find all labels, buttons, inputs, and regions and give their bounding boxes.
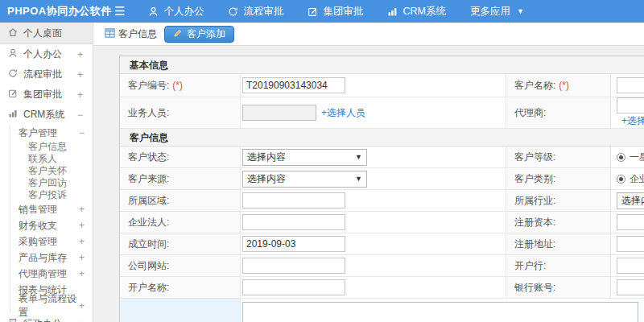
expand-toggle[interactable]: + bbox=[79, 204, 85, 215]
grade-label: 客户等级: bbox=[514, 151, 555, 164]
field-label-cell: 注册资本: bbox=[506, 212, 611, 233]
form-row: 开户名称: 银行账号: bbox=[120, 277, 644, 299]
customer-no-input[interactable] bbox=[242, 77, 345, 93]
expand-toggle[interactable]: + bbox=[79, 252, 85, 263]
account-name-input[interactable] bbox=[242, 279, 345, 295]
sidebar-item-customer-complaint[interactable]: 客户投诉 bbox=[10, 189, 93, 201]
nav-workflow-approval[interactable]: 流程审批 bbox=[216, 0, 295, 23]
customer-no-label: 客户编号: bbox=[128, 79, 169, 93]
nav-more-apps[interactable]: 更多应用 ▼ bbox=[458, 0, 536, 23]
reg-capital-input[interactable] bbox=[617, 214, 644, 230]
field-value-cell: 选择内容 ▼ bbox=[611, 190, 644, 211]
reg-address-input[interactable] bbox=[617, 236, 644, 252]
user-icon bbox=[8, 48, 18, 60]
edit-icon bbox=[308, 6, 318, 17]
nav-label: 流程审批 bbox=[243, 5, 283, 19]
tab-customer-info[interactable]: 客户信息 bbox=[105, 27, 157, 41]
customer-add-form: 基本信息 客户编号: (*) 客户名称: (*) bbox=[119, 56, 644, 322]
status-label: 客户状态: bbox=[128, 151, 169, 164]
bank-input[interactable] bbox=[617, 258, 644, 274]
sidebar-item-purchase-mgmt[interactable]: 采购管理+ bbox=[10, 233, 93, 250]
nav-crm-system[interactable]: CRM系统 bbox=[375, 0, 457, 23]
sidebar-item-group-approval[interactable]: 集团审批 + bbox=[0, 85, 93, 105]
sidebar-item-customer-care[interactable]: 客户关怀 bbox=[10, 165, 93, 177]
sidebar-item-sales-mgmt[interactable]: 销售管理+ bbox=[10, 201, 93, 217]
sidebar-item-contacts[interactable]: 联系人 bbox=[10, 153, 93, 165]
sidebar-item-crm-system[interactable]: CRM系统 − bbox=[0, 105, 93, 125]
source-select[interactable]: 选择内容 ▼ bbox=[242, 171, 367, 188]
expand-toggle[interactable]: + bbox=[77, 49, 83, 60]
tab-strip: 客户信息 客户添加 bbox=[93, 23, 644, 46]
sidebar-item-finance[interactable]: 财务收支+ bbox=[10, 217, 93, 233]
category-radio-selected[interactable] bbox=[617, 175, 625, 184]
nav-personal-office[interactable]: 个人办公 bbox=[136, 0, 216, 23]
sidebar-item-form-flow-settings[interactable]: 表单与流程设置+ bbox=[10, 298, 93, 314]
status-select[interactable]: 选择内容 ▼ bbox=[242, 149, 367, 166]
sidebar-item-workflow-approval[interactable]: 流程审批 + bbox=[0, 64, 93, 85]
form-row: 成立时间: 注册地址: bbox=[120, 233, 644, 255]
sidebar-item-label: 代理商管理 bbox=[19, 267, 67, 281]
field-value-cell bbox=[241, 299, 644, 322]
legal-person-label: 企业法人: bbox=[128, 216, 169, 229]
customer-name-input[interactable] bbox=[617, 77, 644, 93]
expand-toggle[interactable]: + bbox=[79, 268, 85, 279]
bank-account-label: 银行账号: bbox=[514, 281, 555, 295]
sidebar-item-label: 表单与流程设置 bbox=[19, 292, 79, 320]
sales-person-input[interactable] bbox=[242, 105, 316, 121]
collapse-toggle[interactable]: − bbox=[77, 109, 83, 121]
sidebar-item-desktop[interactable]: 个人桌面 bbox=[0, 23, 93, 44]
field-value-cell bbox=[241, 74, 506, 97]
grade-radio-selected[interactable] bbox=[617, 153, 625, 162]
collapse-toggle[interactable]: − bbox=[79, 127, 85, 138]
expand-toggle[interactable]: + bbox=[77, 89, 83, 101]
flow-clock-icon bbox=[228, 6, 238, 17]
select-value: 选择内容 bbox=[247, 151, 286, 164]
tab-label: 客户信息 bbox=[118, 27, 157, 41]
legal-person-input[interactable] bbox=[242, 214, 345, 230]
sidebar-item-customer-visit[interactable]: 客户回访 bbox=[10, 177, 93, 189]
form-row bbox=[120, 299, 644, 322]
sidebar-item-agent-mgmt[interactable]: 代理商管理+ bbox=[10, 266, 93, 282]
founded-date-label: 成立时间: bbox=[128, 237, 169, 251]
industry-select[interactable]: 选择内容 ▼ bbox=[617, 192, 644, 209]
field-label-cell: 成立时间: bbox=[120, 233, 241, 254]
founded-date-input[interactable] bbox=[242, 236, 345, 252]
topbar: PHPOA协同办公软件 ☰ 个人办公 流程审批 集团审批 CRM系统 更多应用 … bbox=[0, 0, 644, 23]
sales-person-label: 业务人员: bbox=[128, 106, 169, 120]
expand-toggle[interactable]: + bbox=[79, 300, 85, 312]
main-area: 客户信息 客户添加 基本信息 客户编号: (*) bbox=[93, 23, 644, 322]
reg-capital-label: 注册资本: bbox=[514, 216, 555, 229]
app-logo: PHPOA协同办公软件 bbox=[0, 4, 113, 19]
website-input[interactable] bbox=[242, 258, 345, 274]
expand-toggle[interactable]: + bbox=[79, 220, 85, 231]
customer-name-label: 客户名称: bbox=[514, 79, 555, 93]
section-header-basic: 基本信息 bbox=[120, 56, 644, 74]
form-row: 企业法人: 注册资本: bbox=[120, 212, 644, 233]
chevron-down-icon: ▼ bbox=[517, 7, 524, 15]
field-value-cell: 企业 bbox=[611, 168, 644, 189]
region-input[interactable] bbox=[242, 192, 345, 208]
remark-textarea[interactable] bbox=[242, 302, 638, 322]
sidebar-item-personal-office[interactable]: 个人办公 + bbox=[0, 44, 93, 64]
grade-option-label: 一星 bbox=[630, 151, 644, 164]
expand-toggle[interactable]: + bbox=[77, 69, 83, 80]
expand-toggle[interactable]: + bbox=[77, 319, 83, 322]
field-label-cell: 开户行: bbox=[506, 255, 611, 276]
industry-label: 所属行业: bbox=[514, 194, 555, 208]
sidebar-item-customer-info[interactable]: 客户信息 bbox=[10, 141, 93, 153]
nav-group-approval[interactable]: 集团审批 bbox=[295, 0, 375, 23]
select-agent-link[interactable]: +选择代理商 bbox=[621, 114, 644, 128]
customer-mgmt-children: 客户信息 联系人 客户关怀 客户回访 客户投诉 bbox=[10, 141, 93, 201]
tab-customer-add[interactable]: 客户添加 bbox=[164, 26, 234, 43]
select-person-link[interactable]: +选择人员 bbox=[321, 106, 365, 120]
expand-toggle[interactable]: + bbox=[79, 236, 85, 247]
sidebar-item-product-inventory[interactable]: 产品与库存+ bbox=[10, 250, 93, 266]
chevron-down-icon: ▼ bbox=[355, 153, 362, 161]
field-label-cell: 银行账号: bbox=[506, 277, 611, 298]
field-value-cell: 选择内容 ▼ bbox=[241, 168, 506, 189]
bank-account-input[interactable] bbox=[617, 279, 644, 295]
field-label-cell: 客户类别: bbox=[506, 168, 611, 189]
menu-toggle-icon[interactable]: ☰ bbox=[114, 4, 125, 19]
agent-input[interactable] bbox=[617, 97, 644, 114]
sidebar-item-customer-mgmt[interactable]: 客户管理 − bbox=[10, 125, 93, 141]
